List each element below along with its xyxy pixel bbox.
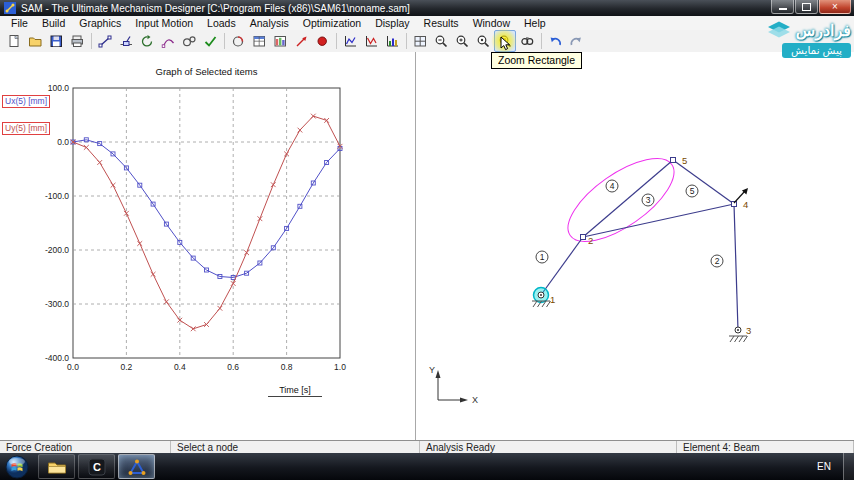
language-indicator[interactable]: EN bbox=[805, 461, 843, 472]
recorder-icon: C bbox=[88, 458, 106, 476]
svg-text:Graph of Selected items: Graph of Selected items bbox=[156, 66, 258, 77]
input-motion-icon bbox=[231, 34, 246, 49]
gear-element-button[interactable] bbox=[179, 31, 199, 51]
rotation-input-button[interactable] bbox=[137, 31, 157, 51]
element-table-button[interactable] bbox=[249, 31, 269, 51]
svg-text:4: 4 bbox=[743, 199, 748, 210]
new-document-button[interactable] bbox=[4, 31, 24, 51]
app-icon bbox=[4, 2, 16, 14]
svg-text:1.0: 1.0 bbox=[334, 362, 346, 372]
menu-build[interactable]: Build bbox=[35, 17, 72, 29]
graph-path-button[interactable] bbox=[361, 31, 381, 51]
curve-element-icon bbox=[161, 34, 176, 49]
svg-text:100.0: 100.0 bbox=[48, 83, 70, 93]
zoom-rectangle-button[interactable] bbox=[494, 30, 516, 52]
graph-xy-button[interactable] bbox=[340, 31, 360, 51]
svg-text:0.4: 0.4 bbox=[174, 362, 186, 372]
svg-text:-300.0: -300.0 bbox=[45, 299, 69, 309]
verify-mechanism-button[interactable] bbox=[200, 31, 220, 51]
mechanism-pane[interactable]: 1234512345YX bbox=[416, 52, 854, 440]
svg-text:0.0: 0.0 bbox=[67, 362, 79, 372]
menu-graphics[interactable]: Graphics bbox=[72, 17, 128, 29]
taskbar-sam-app[interactable] bbox=[118, 454, 155, 479]
taskbar: C EN bbox=[0, 453, 854, 480]
zoom-fit-button[interactable] bbox=[410, 31, 430, 51]
menu-results[interactable]: Results bbox=[417, 17, 466, 29]
force-load-button[interactable] bbox=[291, 31, 311, 51]
menu-optimization[interactable]: Optimization bbox=[296, 17, 368, 29]
tooltip: Zoom Rectangle bbox=[491, 52, 582, 69]
svg-text:X: X bbox=[472, 395, 478, 405]
brand-area: فرادرس پیش نمایش bbox=[766, 19, 851, 58]
svg-text:3: 3 bbox=[646, 195, 651, 205]
redo-button[interactable] bbox=[566, 31, 586, 51]
svg-text:3: 3 bbox=[746, 325, 751, 336]
svg-text:0.8: 0.8 bbox=[281, 362, 293, 372]
titlebar: SAM - The Ultimate Mechanism Designer [C… bbox=[0, 0, 854, 16]
menubar: FileBuildGraphicsInput MotionLoadsAnalys… bbox=[0, 16, 854, 31]
toolbar bbox=[0, 30, 854, 53]
svg-text:0.0: 0.0 bbox=[57, 137, 69, 147]
faradars-logo-icon bbox=[766, 19, 792, 41]
new-document-icon bbox=[7, 34, 22, 49]
menu-help[interactable]: Help bbox=[517, 17, 553, 29]
link-element-button[interactable] bbox=[95, 31, 115, 51]
graph-pane[interactable]: 0.00.20.40.60.81.0100.00.0-100.0-200.0-3… bbox=[0, 52, 416, 440]
svg-text:Time [s]: Time [s] bbox=[279, 385, 311, 395]
graph-of-selected-items[interactable]: 0.00.20.40.60.81.0100.00.0-100.0-200.0-3… bbox=[0, 52, 415, 440]
menu-window[interactable]: Window bbox=[466, 17, 517, 29]
maximize-button[interactable] bbox=[795, 0, 818, 14]
close-button[interactable]: × bbox=[819, 0, 851, 14]
menu-display[interactable]: Display bbox=[368, 17, 416, 29]
zoom-extents-button[interactable] bbox=[473, 31, 493, 51]
taskbar-windows-explorer[interactable] bbox=[38, 454, 75, 479]
svg-text:-100.0: -100.0 bbox=[45, 191, 69, 201]
open-file-button[interactable] bbox=[25, 31, 45, 51]
svg-text:0.2: 0.2 bbox=[120, 362, 132, 372]
menu-input-motion[interactable]: Input Motion bbox=[128, 17, 200, 29]
taskbar-screen-recorder[interactable]: C bbox=[78, 454, 115, 479]
record-motion-button[interactable] bbox=[312, 31, 332, 51]
preview-badge: پیش نمایش bbox=[782, 43, 851, 58]
menu-loads[interactable]: Loads bbox=[200, 17, 243, 29]
menu-file[interactable]: File bbox=[4, 17, 35, 29]
save-file-icon bbox=[49, 34, 64, 49]
zoom-extents-icon bbox=[476, 34, 491, 49]
show-desktop-button[interactable] bbox=[843, 453, 854, 480]
toolbar-separator bbox=[336, 33, 337, 49]
graph-bars-button[interactable] bbox=[382, 31, 402, 51]
screen: SAM - The Ultimate Mechanism Designer [C… bbox=[0, 0, 854, 480]
mechanism-canvas[interactable]: 1234512345YX bbox=[416, 52, 854, 440]
undo-icon bbox=[548, 34, 563, 49]
brand-name: فرادرس bbox=[796, 21, 851, 40]
print-button[interactable] bbox=[67, 31, 87, 51]
input-motion-button[interactable] bbox=[228, 31, 248, 51]
svg-text:2: 2 bbox=[588, 235, 593, 246]
zoom-fit-icon bbox=[413, 34, 428, 49]
menu-analysis[interactable]: Analysis bbox=[243, 17, 296, 29]
record-motion-icon bbox=[315, 34, 330, 49]
minimize-button[interactable] bbox=[771, 0, 794, 14]
series-label-ux5[interactable]: Ux(5) [mm] bbox=[2, 95, 50, 108]
element-table-icon bbox=[252, 34, 267, 49]
sam-app-icon bbox=[127, 457, 147, 477]
save-file-button[interactable] bbox=[46, 31, 66, 51]
zoom-in-button[interactable] bbox=[452, 31, 472, 51]
undo-button[interactable] bbox=[545, 31, 565, 51]
start-button[interactable] bbox=[5, 455, 29, 479]
redo-icon bbox=[569, 34, 584, 49]
gear-element-icon bbox=[182, 34, 197, 49]
curve-element-button[interactable] bbox=[158, 31, 178, 51]
window-controls: × bbox=[770, 0, 851, 14]
zoom-rectangle-icon bbox=[498, 34, 513, 49]
svg-text:2: 2 bbox=[715, 256, 720, 266]
rotation-input-icon bbox=[140, 34, 155, 49]
load-table-button[interactable] bbox=[270, 31, 290, 51]
zoom-out-button[interactable] bbox=[431, 31, 451, 51]
pan-view-button[interactable] bbox=[517, 31, 537, 51]
graph-bars-icon bbox=[385, 34, 400, 49]
graph-xy-icon bbox=[343, 34, 358, 49]
svg-text:Y: Y bbox=[429, 365, 435, 375]
series-label-uy5[interactable]: Uy(5) [mm] bbox=[2, 122, 50, 135]
slider-element-button[interactable] bbox=[116, 31, 136, 51]
